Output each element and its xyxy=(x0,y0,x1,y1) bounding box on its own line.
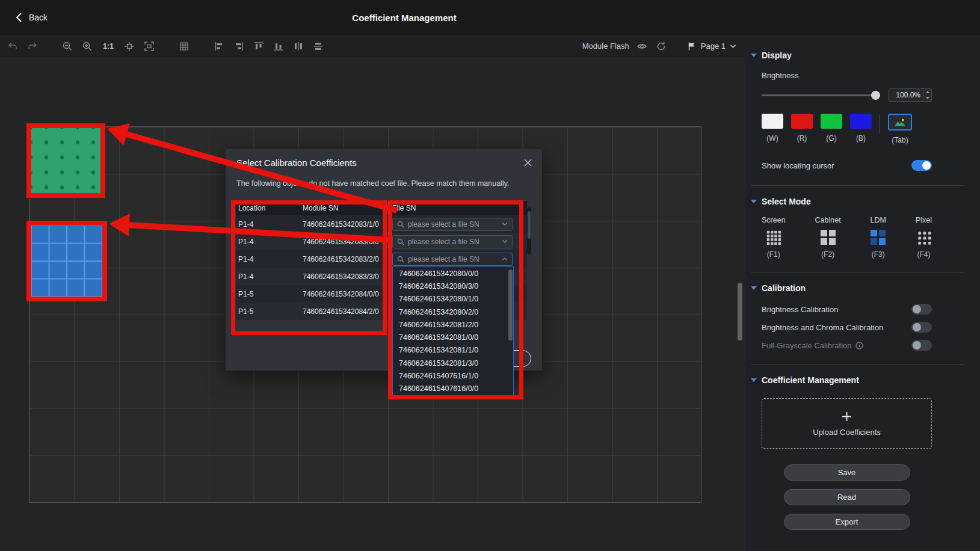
full-grayscale-calibration-toggle[interactable] xyxy=(911,340,932,351)
info-icon[interactable] xyxy=(855,342,863,349)
upload-coefficients-button[interactable]: Upload Coefficients xyxy=(762,398,932,449)
file-sn-option[interactable]: 7460624615407616/1/0 xyxy=(393,369,513,382)
table-scrollbar[interactable] xyxy=(527,208,531,254)
align-top-button[interactable] xyxy=(252,40,265,53)
undo-icon xyxy=(7,41,18,52)
file-sn-select-open[interactable]: please select a file SN xyxy=(392,253,513,266)
swatch-label: (G) xyxy=(826,134,836,143)
brightness-slider-knob[interactable] xyxy=(871,91,880,100)
location-cell: P1-5 xyxy=(236,290,296,298)
file-sn-select[interactable]: please select a file SN xyxy=(392,235,513,248)
swatch-label: (Tab) xyxy=(892,136,908,144)
zoom-out-icon xyxy=(62,41,73,52)
mode-hotkey: (F1) xyxy=(767,250,780,259)
dialog-title: Select Calibration Coefficients xyxy=(236,158,357,168)
file-sn-select[interactable]: please select a file SN xyxy=(392,218,513,231)
collapse-arrow-icon xyxy=(751,286,757,290)
file-sn-option[interactable]: 7460624615342080/0/0 xyxy=(393,267,513,280)
swatch-red[interactable]: (R) xyxy=(791,114,813,143)
swatch-white[interactable]: (W) xyxy=(762,114,783,143)
align-left-button[interactable] xyxy=(212,40,226,53)
swatch-label: (B) xyxy=(856,134,866,143)
align-bottom-button[interactable] xyxy=(272,40,285,53)
fit-selection-button[interactable] xyxy=(123,40,136,53)
brightness-chroma-calibration-toggle[interactable] xyxy=(911,322,932,333)
file-sn-placeholder: please select a file SN xyxy=(408,220,479,229)
mode-ldm[interactable]: LDM (F3) xyxy=(871,216,886,259)
swatch-green[interactable]: (G) xyxy=(821,114,842,143)
swatch-blue[interactable]: (B) xyxy=(850,114,872,143)
chevron-up-icon xyxy=(502,257,508,261)
stepper-down-button[interactable] xyxy=(923,95,931,101)
dialog-message: The following objects do not have matche… xyxy=(236,179,531,188)
zoom-in-icon xyxy=(82,41,93,52)
section-divider xyxy=(751,272,964,272)
read-button[interactable]: Read xyxy=(784,489,910,505)
full-grayscale-calibration-label: Full-Grayscale Calibration xyxy=(762,341,852,350)
brightness-value[interactable]: 100.0% xyxy=(889,89,923,101)
search-icon xyxy=(397,256,404,263)
red-swatch-tile xyxy=(791,114,813,129)
dropdown-scrollbar[interactable] xyxy=(508,269,513,340)
export-button[interactable]: Export xyxy=(784,514,910,530)
file-sn-option[interactable]: 7460624615407616/0/0 xyxy=(393,383,513,395)
module-flash-refresh-button[interactable] xyxy=(655,40,668,53)
locating-cursor-toggle[interactable] xyxy=(911,160,932,171)
mode-label: Screen xyxy=(762,216,786,224)
section-display-header[interactable]: Display xyxy=(751,51,932,60)
fit-screen-button[interactable] xyxy=(143,40,156,53)
brightness-slider-row: 100.0% xyxy=(762,88,932,102)
mode-pixel[interactable]: Pixel (F4) xyxy=(916,216,932,259)
chevron-down-icon xyxy=(502,239,508,244)
close-button[interactable] xyxy=(523,158,532,167)
file-sn-option[interactable]: 7460624615342081/2/0 xyxy=(393,318,513,331)
section-select-mode-header[interactable]: Select Mode xyxy=(751,197,932,206)
upload-coefficients-label: Upload Coefficients xyxy=(813,428,881,437)
file-sn-cell: please select a file SN xyxy=(392,235,527,248)
grid-icon xyxy=(179,41,190,52)
green-module[interactable] xyxy=(31,128,100,193)
grid-toggle-button[interactable] xyxy=(177,40,191,53)
blue-module[interactable] xyxy=(31,226,102,297)
zoom-ratio-button[interactable]: 1:1 xyxy=(100,42,116,51)
page-selector[interactable]: Page 1 xyxy=(687,42,736,51)
module-sn-cell: 7460624615342083/0/0 xyxy=(296,238,392,246)
brightness-slider[interactable] xyxy=(762,94,880,96)
green-swatch-tile xyxy=(821,114,842,129)
brightness-chroma-calibration-row: Brightness and Chroma Calibration xyxy=(762,322,932,333)
distribute-horizontal-button[interactable] xyxy=(292,40,305,53)
refresh-icon xyxy=(656,41,667,52)
file-sn-option[interactable]: 7460624615342080/3/0 xyxy=(393,280,513,292)
align-right-button[interactable] xyxy=(232,40,245,53)
redo-button[interactable] xyxy=(26,40,39,53)
file-sn-option[interactable]: 7460624615342080/2/0 xyxy=(393,306,513,318)
module-flash-visibility-button[interactable] xyxy=(635,40,649,53)
file-sn-option[interactable]: 7460624615342081/3/0 xyxy=(393,357,513,369)
mode-cabinet[interactable]: Cabinet (F2) xyxy=(815,216,841,259)
mode-screen[interactable]: Screen (F1) xyxy=(762,216,786,259)
zoom-in-button[interactable] xyxy=(81,40,94,53)
save-button[interactable]: Save xyxy=(784,464,910,481)
back-button[interactable]: Back xyxy=(16,0,48,35)
section-coefficient-management-header[interactable]: Coefficient Management xyxy=(751,375,932,385)
stepper-up-button[interactable] xyxy=(923,89,931,95)
file-sn-placeholder: please select a file SN xyxy=(408,255,479,263)
eye-icon xyxy=(636,41,647,52)
undo-button[interactable] xyxy=(6,40,19,53)
collapse-arrow-icon xyxy=(751,378,757,382)
mode-label: Cabinet xyxy=(815,216,841,224)
canvas-toolbar: 1:1 Module Flash Page 1 xyxy=(0,35,746,57)
brightness-label: Brightness xyxy=(762,71,932,80)
section-calibration-header[interactable]: Calibration xyxy=(751,283,932,293)
file-sn-option[interactable]: 7460624615342081/1/0 xyxy=(393,344,513,357)
zoom-out-button[interactable] xyxy=(61,40,74,53)
swatch-label: (R) xyxy=(797,134,807,143)
brightness-calibration-toggle[interactable] xyxy=(911,304,932,315)
file-sn-option[interactable]: 7460624615342081/0/0 xyxy=(393,331,513,343)
file-sn-option[interactable]: 7460624615342080/1/0 xyxy=(393,293,513,306)
page-selector-label: Page 1 xyxy=(701,42,726,51)
canvas-vertical-scrollbar[interactable] xyxy=(738,283,742,340)
swatch-tab[interactable]: (Tab) xyxy=(888,114,912,144)
distribute-vertical-button[interactable] xyxy=(312,40,325,53)
module-sn-cell: 7460624615342083/2/0 xyxy=(296,255,392,263)
